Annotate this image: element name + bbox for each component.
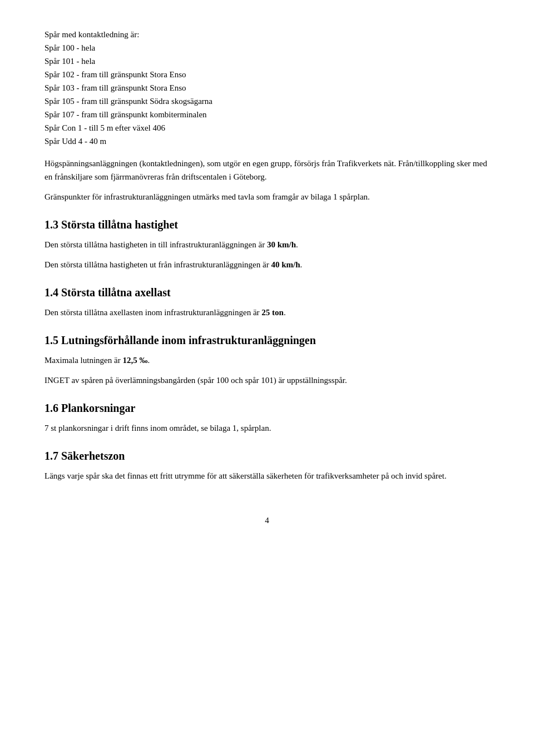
section-1-3-para2-suffix: . [300,260,302,269]
section-1-4-para: Den största tillåtna axellasten inom inf… [44,306,490,319]
section-1-5-para1: Maximala lutningen är 12,5 ‰. [44,354,490,367]
section-1-4: 1.4 Största tillåtna axellast Den störst… [44,285,490,319]
list-item: Spår 103 - fram till gränspunkt Stora En… [44,81,490,94]
section-1-3: 1.3 Största tillåtna hastighet Den störs… [44,217,490,271]
list-item: Spår Con 1 - till 5 m efter växel 406 [44,121,490,135]
section-1-5-para1-suffix: . [147,356,150,365]
section-1-5-para2: INGET av spåren på överlämningsbangården… [44,374,490,387]
granspoints-paragraph: Gränspunkter för infrastrukturanläggning… [44,190,490,203]
list-item: Spår Udd 4 - 40 m [44,135,490,148]
section-1-5-heading: 1.5 Lutningsförhållande inom infrastrukt… [44,332,490,348]
list-item: Spår 102 - fram till gränspunkt Stora En… [44,68,490,81]
section-1-4-heading: 1.4 Största tillåtna axellast [44,285,490,300]
list-item: Spår 105 - fram till gränspunkt Södra sk… [44,94,490,108]
hogspa-text: Högspänningsanläggningen (kontaktledning… [44,159,487,181]
intro-list-heading: Spår med kontaktledning är: [44,28,490,41]
intro-items: Spår 100 - helaSpår 101 - helaSpår 102 -… [44,41,490,148]
intro-list-section: Spår med kontaktledning är: Spår 100 - h… [44,28,490,148]
section-1-6-heading: 1.6 Plankorsningar [44,400,490,416]
section-1-3-para1: Den största tillåtna hastigheten in till… [44,238,490,251]
page-number: 4 [44,516,490,525]
section-1-4-para-prefix: Den största tillåtna axellasten inom inf… [44,308,261,317]
list-item: Spår 100 - hela [44,41,490,54]
section-1-3-para1-suffix: . [296,240,298,249]
section-1-5: 1.5 Lutningsförhållande inom infrastrukt… [44,332,490,387]
section-1-3-para1-prefix: Den största tillåtna hastigheten in till… [44,240,267,249]
granspoints-text: Gränspunkter för infrastrukturanläggning… [44,192,370,201]
section-1-4-para-bold: 25 ton [261,308,284,317]
list-item: Spår 107 - fram till gränspunkt kombiter… [44,108,490,121]
section-1-3-para2-prefix: Den största tillåtna hastigheten ut från… [44,260,271,269]
section-1-6-para: 7 st plankorsningar i drift finns inom o… [44,421,490,435]
section-1-7-para: Längs varje spår ska det finnas ett frit… [44,469,490,483]
section-1-5-para1-prefix: Maximala lutningen är [44,356,122,365]
section-1-6: 1.6 Plankorsningar 7 st plankorsningar i… [44,400,490,435]
hogspa-paragraph: Högspänningsanläggningen (kontaktledning… [44,157,490,183]
section-1-3-para2-bold: 40 km/h [271,260,300,269]
section-1-5-para1-bold: 12,5 ‰ [122,356,147,365]
section-1-3-para1-bold: 30 km/h [267,240,296,249]
section-1-7-heading: 1.7 Säkerhetszon [44,448,490,464]
section-1-7: 1.7 Säkerhetszon Längs varje spår ska de… [44,448,490,483]
section-1-3-heading: 1.3 Största tillåtna hastighet [44,217,490,232]
list-item: Spår 101 - hela [44,54,490,68]
section-1-3-para2: Den största tillåtna hastigheten ut från… [44,258,490,271]
section-1-4-para-suffix: . [284,308,286,317]
